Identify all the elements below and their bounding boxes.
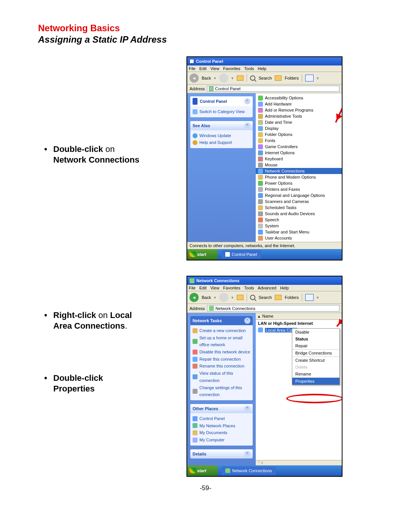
- folders-icon[interactable]: [275, 295, 282, 300]
- address-input[interactable]: Control Panel: [207, 86, 339, 92]
- start-button[interactable]: start: [187, 465, 218, 476]
- other-place-link[interactable]: My Documents: [193, 429, 250, 436]
- views-button[interactable]: [305, 294, 314, 301]
- sidebar: Control Panel ⌃ Switch to Category View …: [187, 93, 256, 242]
- network-task-link[interactable]: Create a new connection: [193, 327, 250, 334]
- red-oval-annotation: [286, 394, 342, 403]
- page-number: -59-: [38, 484, 373, 492]
- ctx-shortcut[interactable]: Create Shortcut: [292, 357, 339, 364]
- details-header[interactable]: Details ⌃: [190, 449, 253, 459]
- network-task-link[interactable]: Change settings of this connection: [193, 384, 250, 398]
- sidebar-panel-see-also-header[interactable]: See Also ⌃: [190, 121, 253, 130]
- control-panel-item[interactable]: Folder Options: [256, 131, 342, 137]
- ctx-repair[interactable]: Repair: [292, 342, 339, 349]
- ctx-bridge[interactable]: Bridge Connections: [292, 350, 339, 356]
- instruction-1: • Double-click on Network Connections: [38, 144, 186, 165]
- control-panel-item[interactable]: Scanners and Cameras: [256, 198, 342, 204]
- task-icon: [193, 350, 198, 355]
- ctx-status[interactable]: Status: [292, 335, 339, 342]
- other-place-link[interactable]: My Computer: [193, 436, 250, 444]
- forward-button[interactable]: [219, 293, 228, 302]
- control-panel-item[interactable]: Mouse: [256, 162, 342, 168]
- control-panel-item[interactable]: Printers and Faxes: [256, 186, 342, 192]
- network-task-link[interactable]: View status of this connection: [193, 370, 250, 384]
- other-places-header[interactable]: Other Places ⌃: [190, 404, 253, 413]
- item-icon: [258, 144, 263, 149]
- address-input[interactable]: Network Connections: [207, 305, 339, 312]
- control-panel-item[interactable]: Power Options: [256, 180, 342, 186]
- search-label[interactable]: Search: [258, 76, 272, 80]
- control-panel-item[interactable]: Network Connections: [256, 168, 342, 174]
- control-panel-item[interactable]: Add Hardware: [256, 101, 342, 107]
- task-icon: [193, 364, 198, 369]
- help-support-link[interactable]: Help and Support: [193, 139, 250, 146]
- control-panel-item[interactable]: User Accounts: [256, 235, 342, 241]
- views-button[interactable]: [305, 75, 314, 81]
- toolbar: ◄ Back▾ ▾ Search Folders ▾: [187, 291, 342, 304]
- folders-label[interactable]: Folders: [285, 76, 299, 80]
- chevron-icon[interactable]: ⌃: [244, 406, 250, 412]
- item-icon: [258, 150, 263, 155]
- network-task-link[interactable]: Disable this network device: [193, 348, 250, 356]
- control-panel-item[interactable]: Keyboard: [256, 156, 342, 162]
- back-button[interactable]: ◄: [190, 73, 199, 83]
- control-panel-item[interactable]: Speech: [256, 217, 342, 223]
- control-panel-item[interactable]: Game Controllers: [256, 144, 342, 150]
- control-panel-item[interactable]: Add or Remove Programs: [256, 107, 342, 113]
- search-icon[interactable]: [250, 295, 255, 300]
- ctx-rename[interactable]: Rename: [292, 371, 339, 377]
- ctx-disable[interactable]: Disable: [292, 329, 339, 335]
- up-folder-icon[interactable]: [237, 295, 244, 300]
- control-panel-item[interactable]: Phone and Modem Options: [256, 174, 342, 180]
- page-header-title: Networking Basics: [38, 23, 373, 34]
- control-panel-item[interactable]: Internet Options: [256, 150, 342, 156]
- taskbar-item[interactable]: Network Connections: [221, 466, 276, 475]
- place-icon: [193, 423, 198, 428]
- back-label: Back: [202, 76, 211, 80]
- control-panel-item[interactable]: Scheduled Tasks: [256, 204, 342, 211]
- item-icon: [258, 187, 263, 192]
- item-icon: [258, 132, 263, 137]
- screenshot-network-connections: Network Connections FileEditViewFavorite…: [186, 276, 342, 477]
- other-place-link[interactable]: My Network Places: [193, 422, 250, 430]
- column-header-name[interactable]: ▴ Name: [256, 313, 342, 320]
- network-tasks-header[interactable]: Network Tasks ⌃: [190, 316, 253, 325]
- control-panel-item[interactable]: Sounds and Audio Devices: [256, 211, 342, 217]
- forward-button[interactable]: [219, 73, 228, 83]
- control-panel-item[interactable]: Administrative Tools: [256, 113, 342, 119]
- control-panel-item[interactable]: Taskbar and Start Menu: [256, 229, 342, 235]
- control-panel-item[interactable]: Accessibility Options: [256, 95, 342, 101]
- control-panel-item[interactable]: Date and Time: [256, 119, 342, 125]
- taskbar-item[interactable]: Control Panel: [221, 250, 261, 259]
- chevron-icon[interactable]: ⌃: [244, 318, 250, 324]
- toolbar: ◄ Back▾ ▾ Search Folders ▾: [187, 72, 342, 85]
- control-panel-item[interactable]: Regional and Language Options: [256, 192, 342, 198]
- control-panel-item[interactable]: System: [256, 223, 342, 229]
- menubar[interactable]: FileEditViewFavoritesToolsHelp: [187, 66, 342, 72]
- control-panel-item[interactable]: Fonts: [256, 137, 342, 144]
- task-icon: [193, 357, 198, 362]
- chevron-icon[interactable]: ⌃: [244, 98, 250, 104]
- sidebar-panel-control-panel-header[interactable]: Control Panel ⌃: [190, 96, 253, 106]
- search-icon[interactable]: [250, 75, 255, 81]
- other-place-link[interactable]: Control Panel: [193, 415, 250, 422]
- switch-category-view-link[interactable]: Switch to Category View: [193, 108, 250, 115]
- start-button[interactable]: start: [187, 249, 218, 260]
- chevron-icon[interactable]: ⌃: [244, 451, 250, 457]
- network-task-link[interactable]: Set up a home or small office network: [193, 334, 250, 348]
- back-button[interactable]: ◄: [190, 293, 199, 302]
- item-icon: [258, 205, 263, 210]
- network-task-link[interactable]: Repair this connection: [193, 356, 250, 363]
- up-folder-icon[interactable]: [237, 75, 244, 81]
- scroll-indicator[interactable]: ˅ <: [256, 460, 342, 465]
- window-icon: [190, 278, 194, 283]
- window-titlebar: Control Panel: [187, 57, 342, 66]
- chevron-icon[interactable]: ⌃: [244, 123, 250, 129]
- menubar[interactable]: FileEditViewFavoritesToolsAdvancedHelp: [187, 285, 342, 291]
- network-task-link[interactable]: Rename this connection: [193, 363, 250, 370]
- control-panel-item[interactable]: Display: [256, 125, 342, 131]
- folders-icon[interactable]: [275, 75, 282, 81]
- ctx-properties[interactable]: Properties: [292, 378, 339, 385]
- windows-update-link[interactable]: Windows Update: [193, 132, 250, 139]
- sidebar: Network Tasks ⌃ Create a new connectionS…: [187, 313, 256, 465]
